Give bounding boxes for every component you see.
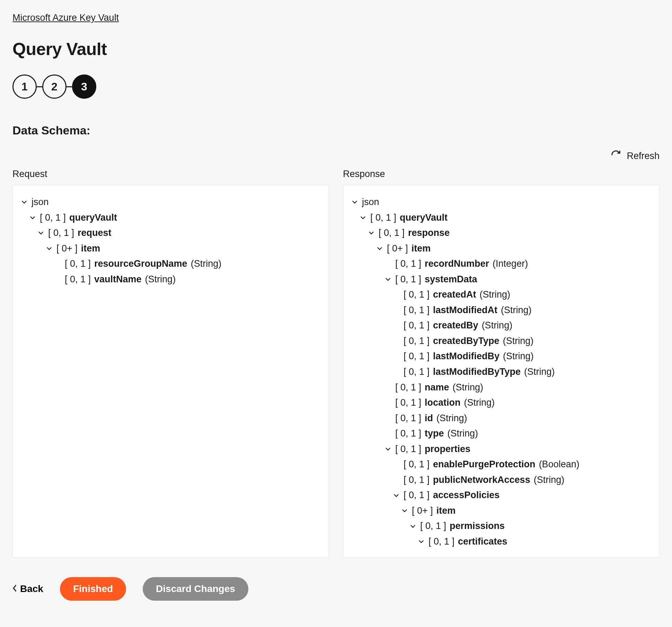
- field-name: recordNumber: [425, 256, 489, 272]
- cardinality: [ 0, 1 ]: [420, 518, 446, 534]
- field-name: publicNetworkAccess: [433, 472, 530, 488]
- field-name: name: [425, 380, 449, 395]
- step-2[interactable]: 2: [42, 74, 67, 99]
- cardinality: [ 0, 1 ]: [395, 426, 421, 441]
- step-connector: [67, 86, 72, 87]
- field-type: (Boolean): [539, 457, 580, 472]
- chevron-down-icon: [401, 507, 408, 514]
- field-name: resourceGroupName: [94, 256, 187, 272]
- chevron-down-icon: [20, 199, 28, 205]
- tree-row: [ 0, 1 ] id (String): [351, 410, 652, 426]
- tree-row[interactable]: [ 0, 1 ] queryVault: [351, 210, 652, 226]
- step-3[interactable]: 3: [72, 74, 96, 99]
- tree-row: [ 0, 1 ] lastModifiedByType (String): [351, 364, 652, 380]
- cardinality: [ 0, 1 ]: [65, 272, 91, 287]
- tree-row[interactable]: [ 0, 1 ] permissions: [351, 518, 652, 534]
- finished-button[interactable]: Finished: [60, 577, 126, 601]
- tree-row: [ 0, 1 ] type (String): [351, 426, 652, 441]
- tree-row[interactable]: [ 0, 1 ] certificates: [351, 534, 652, 549]
- cardinality: [ 0, 1 ]: [395, 395, 421, 410]
- field-type: (String): [464, 395, 495, 410]
- field-name: createdBy: [433, 318, 478, 333]
- chevron-down-icon: [351, 199, 359, 205]
- field-name: lastModifiedBy: [433, 348, 499, 364]
- request-panel-label: Request: [12, 169, 329, 179]
- cardinality: [ 0, 1 ]: [395, 272, 421, 287]
- tree-root[interactable]: json: [20, 194, 321, 210]
- tree-row: [ 0, 1 ] lastModifiedBy (String): [351, 348, 652, 364]
- back-label: Back: [20, 583, 43, 594]
- chevron-down-icon: [37, 230, 45, 236]
- field-name: enablePurgeProtection: [433, 457, 536, 472]
- breadcrumb-link[interactable]: Microsoft Azure Key Vault: [12, 12, 119, 23]
- cardinality: [ 0, 1 ]: [404, 318, 430, 333]
- cardinality: [ 0, 1 ]: [404, 364, 430, 380]
- field-name: lastModifiedByType: [433, 364, 521, 380]
- tree-row: [ 0, 1 ] name (String): [351, 380, 652, 395]
- cardinality: [ 0, 1 ]: [404, 333, 430, 349]
- tree-row[interactable]: [ 0, 1 ] accessPolicies: [351, 487, 652, 503]
- tree-row[interactable]: [ 0, 1 ] response: [351, 225, 652, 241]
- field-name: item: [81, 241, 100, 256]
- step-1[interactable]: 1: [12, 74, 37, 99]
- back-button[interactable]: Back: [12, 583, 43, 594]
- refresh-label: Refresh: [627, 151, 660, 161]
- field-name: certificates: [458, 534, 507, 549]
- refresh-icon: [611, 150, 621, 162]
- tree-row[interactable]: [ 0, 1 ] properties: [351, 441, 652, 457]
- chevron-down-icon: [409, 523, 417, 529]
- chevron-down-icon: [384, 276, 392, 282]
- chevron-down-icon: [45, 245, 53, 251]
- chevron-down-icon: [384, 446, 392, 452]
- field-name: createdAt: [433, 287, 476, 302]
- field-name: queryVault: [400, 210, 448, 226]
- cardinality: [ 0, 1 ]: [48, 225, 74, 241]
- tree-row[interactable]: [ 0+ ] item: [351, 503, 652, 519]
- chevron-down-icon: [359, 214, 367, 221]
- field-type: (String): [503, 348, 534, 364]
- response-schema-box: json[ 0, 1 ] queryVault[ 0, 1 ] response…: [343, 185, 660, 558]
- field-type: (String): [503, 333, 534, 349]
- field-name: response: [408, 225, 450, 241]
- discard-changes-button[interactable]: Discard Changes: [143, 577, 248, 601]
- tree-row: [ 0, 1 ] vaultName (String): [20, 272, 321, 287]
- cardinality: [ 0+ ]: [56, 241, 78, 256]
- tree-row[interactable]: [ 0, 1 ] queryVault: [20, 210, 321, 226]
- tree-root[interactable]: json: [351, 194, 652, 210]
- field-type: (String): [480, 287, 511, 302]
- tree-row: [ 0, 1 ] recordNumber (Integer): [351, 256, 652, 272]
- tree-row[interactable]: [ 0, 1 ] systemData: [351, 272, 652, 287]
- tree-row: [ 0, 1 ] resourceGroupName (String): [20, 256, 321, 272]
- field-type: (String): [501, 302, 532, 318]
- field-name: location: [425, 395, 461, 410]
- field-name: systemData: [425, 272, 477, 287]
- page-title: Query Vault: [12, 39, 660, 59]
- field-name: permissions: [450, 518, 505, 534]
- field-name: id: [425, 410, 433, 426]
- tree-row: [ 0, 1 ] createdBy (String): [351, 318, 652, 333]
- cardinality: [ 0, 1 ]: [395, 256, 421, 272]
- cardinality: [ 0+ ]: [412, 503, 433, 519]
- field-type: (String): [436, 410, 467, 426]
- tree-row: [ 0, 1 ] publicNetworkAccess (String): [351, 472, 652, 488]
- field-name: request: [78, 225, 112, 241]
- section-title: Data Schema:: [12, 124, 660, 137]
- cardinality: [ 0, 1 ]: [395, 380, 421, 395]
- field-name: type: [425, 426, 444, 441]
- field-type: (String): [453, 380, 484, 395]
- stepper: 123: [12, 74, 660, 99]
- tree-row[interactable]: [ 0, 1 ] request: [20, 225, 321, 241]
- tree-row[interactable]: [ 0+ ] item: [20, 241, 321, 256]
- refresh-button[interactable]: Refresh: [12, 150, 660, 162]
- chevron-down-icon: [368, 230, 375, 236]
- cardinality: [ 0, 1 ]: [40, 210, 66, 226]
- cardinality: [ 0, 1 ]: [404, 287, 430, 302]
- cardinality: [ 0, 1 ]: [404, 457, 430, 472]
- field-type: (String): [534, 472, 565, 488]
- field-type: (String): [524, 364, 555, 380]
- tree-row[interactable]: [ 0+ ] item: [351, 241, 652, 256]
- cardinality: [ 0, 1 ]: [404, 487, 430, 503]
- response-panel-label: Response: [343, 169, 660, 179]
- tree-row: [ 0, 1 ] createdByType (String): [351, 333, 652, 349]
- field-name: item: [436, 503, 456, 519]
